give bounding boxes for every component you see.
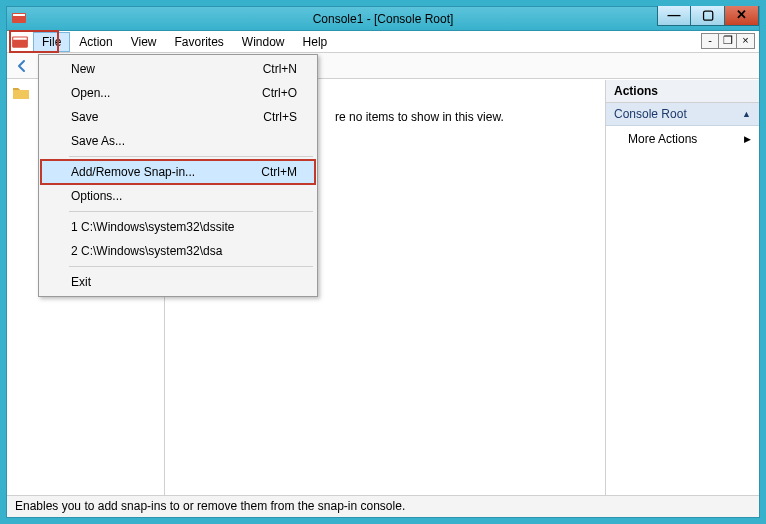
menu-separator	[69, 156, 313, 157]
menu-new-shortcut: Ctrl+N	[263, 62, 297, 76]
close-button[interactable]: ✕	[725, 6, 759, 26]
menu-addremove-label: Add/Remove Snap-in...	[71, 165, 195, 179]
menu-saveas[interactable]: Save As...	[41, 129, 315, 153]
menu-open-shortcut: Ctrl+O	[262, 86, 297, 100]
menubar: File Action View Favorites Window Help -…	[7, 31, 759, 53]
menu-window[interactable]: Window	[233, 32, 294, 52]
window-title: Console1 - [Console Root]	[7, 7, 759, 30]
back-button[interactable]	[13, 57, 31, 75]
file-dropdown: New Ctrl+N Open... Ctrl+O Save Ctrl+S Sa…	[38, 54, 318, 297]
menu-recent-1[interactable]: 1 C:\Windows\system32\dssite	[41, 215, 315, 239]
menu-open-label: Open...	[71, 86, 110, 100]
actions-more-label: More Actions	[628, 132, 697, 146]
svg-rect-3	[13, 37, 27, 39]
menu-action[interactable]: Action	[70, 32, 121, 52]
submenu-arrow-icon: ▶	[744, 134, 751, 144]
actions-more[interactable]: More Actions ▶	[606, 126, 759, 152]
menu-help[interactable]: Help	[294, 32, 337, 52]
back-arrow-icon	[14, 58, 30, 74]
menu-separator	[69, 211, 313, 212]
menu-view[interactable]: View	[122, 32, 166, 52]
menu-exit-label: Exit	[71, 275, 91, 289]
menu-saveas-label: Save As...	[71, 134, 125, 148]
menu-separator	[69, 266, 313, 267]
actions-pane: Actions Console Root ▲ More Actions ▶	[605, 80, 759, 495]
window-controls: — ▢ ✕	[657, 6, 759, 26]
maximize-button[interactable]: ▢	[691, 6, 725, 26]
menu-add-remove-snapin[interactable]: Add/Remove Snap-in... Ctrl+M	[41, 160, 315, 184]
menu-save-label: Save	[71, 110, 98, 124]
menu-recent1-label: 1 C:\Windows\system32\dssite	[71, 220, 234, 234]
actions-root-label: Console Root	[614, 107, 687, 121]
menu-favorites[interactable]: Favorites	[166, 32, 233, 52]
actions-console-root[interactable]: Console Root ▲	[606, 103, 759, 126]
menu-new-label: New	[71, 62, 95, 76]
statusbar: Enables you to add snap-ins to or remove…	[7, 495, 759, 517]
menu-file[interactable]: File	[33, 32, 70, 52]
mmc-window: Console1 - [Console Root] — ▢ ✕ File Act…	[6, 6, 760, 518]
titlebar[interactable]: Console1 - [Console Root] — ▢ ✕	[7, 7, 759, 31]
mdi-restore-button[interactable]: ❐	[719, 33, 737, 49]
menu-addremove-shortcut: Ctrl+M	[261, 165, 297, 179]
actions-header: Actions	[606, 80, 759, 103]
mdi-minimize-button[interactable]: -	[701, 33, 719, 49]
menu-options-label: Options...	[71, 189, 122, 203]
menu-new[interactable]: New Ctrl+N	[41, 57, 315, 81]
menu-save-shortcut: Ctrl+S	[263, 110, 297, 124]
status-text: Enables you to add snap-ins to or remove…	[15, 499, 405, 513]
menu-exit[interactable]: Exit	[41, 270, 315, 294]
mdi-controls: - ❐ ×	[701, 33, 755, 49]
collapse-icon: ▲	[742, 109, 751, 119]
minimize-button[interactable]: —	[657, 6, 691, 26]
mmc-small-icon	[11, 33, 29, 51]
menu-save[interactable]: Save Ctrl+S	[41, 105, 315, 129]
folder-icon	[13, 86, 29, 99]
menu-options[interactable]: Options...	[41, 184, 315, 208]
menu-recent2-label: 2 C:\Windows\system32\dsa	[71, 244, 222, 258]
mdi-close-button[interactable]: ×	[737, 33, 755, 49]
menu-open[interactable]: Open... Ctrl+O	[41, 81, 315, 105]
menu-recent-2[interactable]: 2 C:\Windows\system32\dsa	[41, 239, 315, 263]
